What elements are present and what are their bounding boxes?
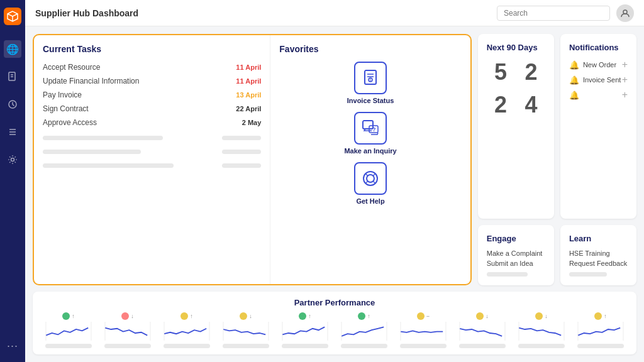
pp-spark-10 bbox=[574, 322, 628, 341]
pp-arrow-6: ↑ bbox=[367, 313, 370, 319]
task-ph-1 bbox=[43, 136, 163, 140]
svg-line-21 bbox=[373, 173, 375, 176]
pp-bar-8 bbox=[459, 344, 505, 348]
search-input[interactable] bbox=[497, 6, 610, 21]
pp-arrow-5: ↑ bbox=[308, 313, 311, 319]
pp-bar-10 bbox=[577, 344, 623, 348]
bell-icon-2: 🔔 bbox=[569, 75, 579, 85]
pp-spark-6 bbox=[337, 322, 391, 341]
stat-4: 4 bbox=[517, 90, 545, 120]
user-avatar[interactable] bbox=[616, 4, 634, 22]
pp-chart-6: ↑ bbox=[337, 312, 391, 348]
notif-left-3: 🔔 bbox=[569, 90, 583, 100]
pp-arrow-9: ↓ bbox=[545, 313, 548, 319]
pp-chart-4: ↓ bbox=[219, 312, 273, 348]
svg-text:?: ? bbox=[372, 126, 376, 133]
task-date-5: 2 May bbox=[242, 119, 262, 126]
bell-icon-1: 🔔 bbox=[569, 60, 579, 70]
notif-label-2: Invoice Sent bbox=[583, 76, 621, 84]
inquiry-icon: ? bbox=[354, 112, 387, 145]
pp-chart-10: ↑ bbox=[574, 312, 628, 348]
sidebar-icon-list[interactable] bbox=[4, 123, 21, 141]
notifications-title: Notifications bbox=[569, 43, 628, 52]
pp-ind-3: ↑ bbox=[180, 312, 193, 320]
pp-dot-6 bbox=[358, 312, 365, 320]
pp-dot-3 bbox=[180, 312, 188, 320]
pp-chart-5: ↑ bbox=[278, 312, 332, 348]
notif-plus-2[interactable]: + bbox=[622, 74, 628, 85]
current-tasks-title: Current Tasks bbox=[43, 44, 261, 54]
task-item-4[interactable]: Sign Contract 22 April bbox=[43, 102, 261, 116]
task-item-1[interactable]: Accept Resource 11 April bbox=[43, 60, 261, 74]
fav-invoice-status[interactable]: $ Invoice Status bbox=[347, 62, 394, 104]
top-row: Current Tasks Accept Resource 11 April U… bbox=[33, 34, 636, 285]
sidebar-icon-globe[interactable]: 🌐 bbox=[4, 40, 21, 58]
notif-item-1: 🔔 New Order + bbox=[569, 57, 628, 72]
pp-arrow-2: ↓ bbox=[131, 313, 134, 319]
task-placeholder-row-3 bbox=[43, 160, 261, 171]
pp-arrow-10: ↑ bbox=[604, 313, 607, 319]
tasks-favorites-wrapper: Current Tasks Accept Resource 11 April U… bbox=[33, 34, 472, 285]
notif-plus-3[interactable]: + bbox=[622, 89, 628, 101]
stat-3: 2 bbox=[487, 90, 515, 120]
notif-item-3: 🔔 + bbox=[569, 87, 628, 102]
svg-point-9 bbox=[623, 10, 627, 14]
pp-ind-1: ↑ bbox=[62, 312, 75, 320]
task-name-3: Pay Invoice bbox=[43, 90, 82, 99]
task-item-3[interactable]: Pay Invoice 13 April bbox=[43, 88, 261, 102]
engage-link-1[interactable]: Make a Complaint bbox=[487, 248, 545, 258]
pp-spark-7 bbox=[396, 322, 450, 341]
fav-make-inquiry[interactable]: ? Make an Inquiry bbox=[344, 112, 396, 155]
pp-bar-3 bbox=[164, 344, 209, 348]
svg-rect-15 bbox=[363, 121, 373, 129]
stat-1: 5 bbox=[487, 57, 515, 87]
pp-arrow-8: ↓ bbox=[486, 313, 489, 319]
logo[interactable] bbox=[4, 8, 21, 25]
pp-chart-9: ↓ bbox=[514, 312, 569, 348]
sidebar-icon-more[interactable]: ··· bbox=[4, 337, 21, 354]
pp-arrow-4: ↓ bbox=[249, 313, 252, 319]
pp-dot-4 bbox=[240, 312, 247, 320]
sidebar: 🌐 ··· bbox=[0, 0, 25, 362]
fav-get-help[interactable]: Get Help bbox=[354, 162, 387, 205]
task-item-2[interactable]: Update Financial Information 11 April bbox=[43, 74, 261, 88]
pp-dot-1 bbox=[62, 312, 70, 320]
sidebar-icon-settings[interactable] bbox=[4, 151, 21, 168]
pp-dot-9 bbox=[535, 312, 543, 320]
main-content: Supplier Hub Dashboard Current Tasks Acc… bbox=[25, 0, 644, 362]
page-title: Supplier Hub Dashboard bbox=[35, 8, 138, 18]
sidebar-icon-clock[interactable] bbox=[4, 96, 21, 113]
stat-2: 2 bbox=[517, 57, 545, 87]
learn-ph-1 bbox=[569, 272, 608, 277]
pp-ind-8: ↓ bbox=[476, 312, 489, 320]
task-name-4: Sign Contract bbox=[43, 104, 89, 113]
pp-dot-2 bbox=[121, 312, 129, 320]
task-name-2: Update Financial Information bbox=[43, 77, 139, 85]
notif-plus-1[interactable]: + bbox=[622, 59, 628, 70]
learn-link-2[interactable]: Request Feedback bbox=[569, 258, 628, 268]
notif-left-1: 🔔 New Order bbox=[569, 60, 616, 70]
learn-link-1[interactable]: HSE Training bbox=[569, 248, 628, 258]
pp-spark-2 bbox=[101, 322, 155, 341]
pp-chart-3: ↑ bbox=[160, 312, 214, 348]
task-name-5: Approve Access bbox=[43, 118, 97, 127]
engage-title: Engage bbox=[487, 234, 545, 243]
task-item-5[interactable]: Approve Access 2 May bbox=[43, 116, 261, 129]
invoice-status-icon: $ bbox=[354, 62, 387, 94]
task-ph-2 bbox=[43, 150, 141, 154]
pp-spark-1 bbox=[42, 322, 96, 341]
pp-spark-4 bbox=[219, 322, 273, 341]
pp-arrow-7: − bbox=[426, 313, 430, 319]
fav-invoice-label: Invoice Status bbox=[347, 97, 394, 104]
task-ph-date-2 bbox=[222, 150, 262, 154]
pp-arrow-1: ↑ bbox=[72, 313, 75, 319]
task-placeholder-row-2 bbox=[43, 146, 261, 157]
sidebar-icon-docs[interactable] bbox=[4, 68, 21, 85]
engage-link-2[interactable]: Submit an Idea bbox=[487, 258, 545, 268]
stats-grid: 5 2 2 4 bbox=[487, 57, 545, 119]
right-cards: Next 90 Days 5 2 2 4 Notifications bbox=[478, 34, 636, 285]
bell-icon-3: 🔔 bbox=[569, 90, 579, 100]
pp-ind-4: ↓ bbox=[240, 312, 252, 320]
favorites-title: Favorites bbox=[279, 44, 318, 54]
fav-inquiry-label: Make an Inquiry bbox=[344, 147, 396, 155]
